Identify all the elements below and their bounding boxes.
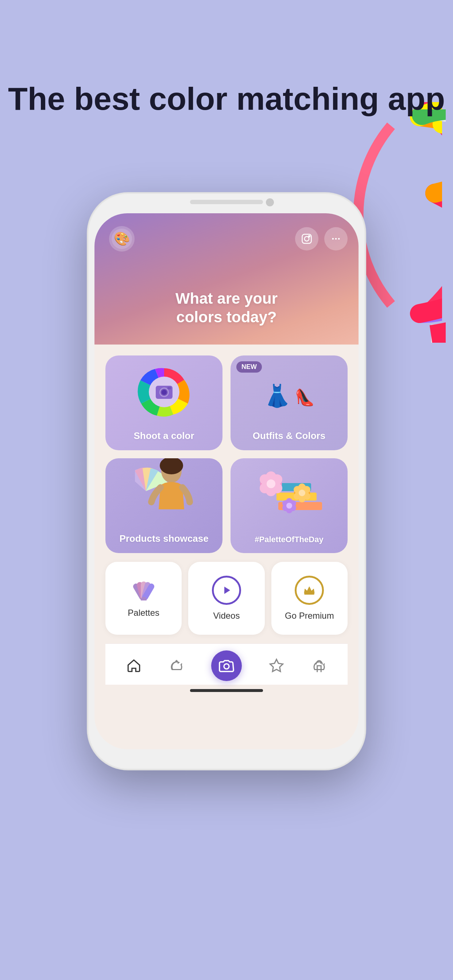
phone-screen: 🎨 (94, 213, 359, 749)
products-showcase-card[interactable]: Products showcase (105, 458, 222, 553)
svg-rect-49 (304, 593, 314, 595)
instagram-button[interactable] (295, 227, 318, 250)
go-premium-label: Go Premium (285, 611, 334, 621)
palettes-icon (129, 579, 158, 602)
products-showcase-label: Products showcase (119, 533, 208, 544)
more-options-button[interactable] (324, 227, 348, 250)
svg-marker-53 (270, 660, 283, 671)
home-indicator (190, 689, 263, 692)
nav-outfits[interactable] (311, 658, 327, 673)
videos-card[interactable]: Videos (188, 562, 265, 635)
palettes-label: Palettes (128, 608, 160, 618)
svg-point-7 (338, 238, 340, 240)
play-icon (212, 576, 241, 605)
new-badge: NEW (236, 361, 262, 372)
svg-point-41 (286, 503, 292, 509)
phone-camera-dot (266, 198, 274, 206)
shoot-color-card[interactable]: Shoot a color (105, 355, 222, 450)
go-premium-card[interactable]: Go Premium (271, 562, 348, 635)
shoot-color-label: Shoot a color (134, 430, 194, 442)
app-tagline: What are your colors today? (175, 290, 278, 326)
svg-point-52 (224, 664, 229, 669)
nav-wardrobe[interactable] (169, 658, 184, 673)
palettes-card[interactable]: Palettes (105, 562, 182, 635)
videos-label: Videos (214, 611, 240, 621)
app-header: 🎨 (94, 213, 359, 345)
nav-community[interactable] (269, 658, 284, 673)
app-content: Shoot a color NEW 👗 👠 Outfits & Colors (94, 345, 359, 699)
page-title: The best color matching app (0, 80, 453, 117)
svg-point-34 (299, 490, 305, 496)
svg-point-6 (335, 238, 337, 240)
crown-icon (295, 576, 324, 605)
header-icons (295, 227, 348, 250)
nav-home[interactable] (126, 658, 142, 673)
svg-point-12 (161, 390, 167, 395)
phone-notch (190, 200, 263, 204)
svg-marker-48 (224, 587, 230, 594)
svg-point-4 (309, 235, 310, 237)
svg-point-3 (305, 237, 309, 241)
palette-of-day-card[interactable]: #PaletteOfTheDay (231, 458, 348, 553)
outfits-colors-card[interactable]: NEW 👗 👠 Outfits & Colors (231, 355, 348, 450)
svg-text:🎨: 🎨 (114, 231, 130, 247)
nav-camera-button[interactable] (211, 651, 242, 681)
small-cards-row: Palettes Videos (105, 562, 348, 635)
svg-point-5 (332, 238, 334, 240)
app-logo[interactable]: 🎨 (109, 226, 135, 251)
phone-mockup: 🎨 (88, 193, 365, 769)
outfits-colors-label: Outfits & Colors (253, 430, 325, 442)
bottom-navigation (105, 643, 348, 685)
svg-rect-13 (167, 387, 171, 390)
main-cards-grid: Shoot a color NEW 👗 👠 Outfits & Colors (105, 355, 348, 553)
palette-of-day-label: #PaletteOfTheDay (255, 535, 323, 544)
svg-point-26 (266, 479, 275, 488)
